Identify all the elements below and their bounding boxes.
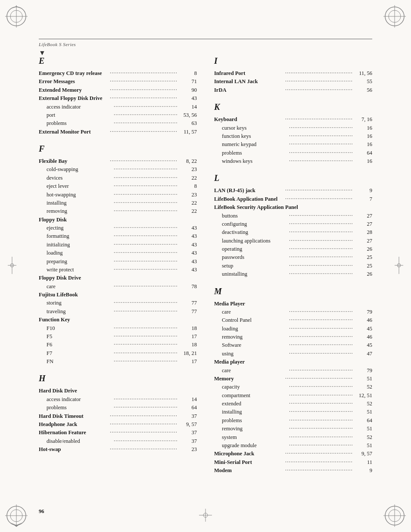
entry-text: External Floppy Disk Drive	[39, 94, 108, 103]
entry-dots	[287, 392, 353, 400]
entry-page: 53, 56	[177, 111, 197, 119]
index-entry: FN 17	[39, 358, 197, 366]
entry-dots	[283, 115, 353, 124]
index-entry: numeric keypad 16	[214, 140, 372, 149]
entry-page: 77	[177, 308, 197, 316]
entry-dots	[287, 157, 353, 165]
entry-text: extended	[214, 400, 287, 408]
entry-text: removing	[214, 425, 287, 433]
entry-text: deactivating	[214, 228, 287, 236]
corner-decoration-tl	[3, 3, 29, 29]
index-entry: Media player	[214, 358, 372, 366]
index-entry: system 52	[214, 433, 372, 442]
entry-text: cursor keys	[214, 124, 287, 132]
index-entry: Internal LAN Jack 55	[214, 78, 372, 86]
entry-page: 64	[353, 417, 372, 425]
entry-page: 63	[177, 119, 197, 128]
entry-page: 52	[353, 383, 372, 391]
entry-text: Headphone Jack	[39, 420, 108, 429]
entry-text: problems	[214, 149, 287, 157]
section-header-K: K	[214, 102, 372, 112]
entry-text: Media Player	[214, 300, 372, 308]
entry-text: windows keys	[214, 157, 287, 165]
index-entry: installing 22	[39, 199, 197, 207]
entry-page: 28	[353, 228, 372, 236]
index-entry: problems 64	[214, 417, 372, 425]
section-header-M: M	[214, 286, 372, 296]
entry-dots	[112, 199, 177, 207]
entry-text: devices	[39, 174, 112, 182]
entry-dots	[112, 232, 177, 240]
index-entry: problems 64	[214, 149, 372, 157]
entry-text: F5	[39, 333, 112, 341]
header-arrow: ▼	[39, 50, 372, 56]
entry-page: 9	[353, 187, 372, 195]
index-entry: LifeBook Application Panel 7	[214, 195, 372, 203]
entry-page: 43	[177, 266, 197, 274]
entry-dots	[112, 191, 177, 199]
entry-dots	[287, 228, 353, 236]
entry-dots	[112, 395, 177, 404]
entry-text: installing	[39, 199, 112, 207]
entry-dots	[287, 237, 353, 245]
entry-text: Error Messages	[39, 78, 108, 86]
entry-text: removing	[214, 333, 287, 341]
index-entry: Headphone Jack 9, 57	[39, 420, 197, 429]
entry-page: 52	[353, 433, 372, 442]
entry-text: Keyboard	[214, 115, 283, 124]
entry-dots	[287, 417, 353, 425]
entry-page: 9, 57	[177, 420, 197, 429]
entry-text: Hibernation Feature	[39, 429, 108, 437]
entry-page: 64	[177, 404, 197, 412]
entry-page: 90	[177, 86, 197, 94]
index-entry: extended 52	[214, 400, 372, 408]
entry-page: 37	[177, 437, 197, 445]
entry-dots	[287, 212, 353, 220]
entry-text: F6	[39, 341, 112, 349]
entry-text: Flexible Bay	[39, 157, 108, 165]
entry-page: 43	[177, 232, 197, 240]
index-entry: problems 64	[39, 404, 197, 412]
entry-page: 47	[353, 350, 372, 358]
entry-text: storing	[39, 299, 112, 307]
entry-text: setup	[214, 262, 287, 270]
entry-page: 17	[177, 358, 197, 366]
index-entry: Microphone Jack 9, 57	[214, 450, 372, 458]
entry-page: 55	[353, 78, 372, 86]
entry-dots	[112, 349, 177, 358]
entry-page: 22	[177, 207, 197, 215]
entry-page: 56	[353, 86, 372, 94]
entry-page: 43	[177, 241, 197, 249]
entry-text: eject lever	[39, 182, 112, 190]
entry-dots	[112, 224, 177, 232]
index-entry: F7 18, 21	[39, 349, 197, 358]
index-entry: Fujitsu LifeBook	[39, 291, 197, 299]
entry-page: 14	[177, 103, 197, 111]
entry-text: access indicator	[39, 395, 112, 404]
entry-page: 51	[353, 442, 372, 450]
index-entry: Memory 51	[214, 375, 372, 383]
entry-page: 64	[353, 149, 372, 157]
entry-text: Hot-swap	[39, 445, 108, 454]
index-entry: care 79	[214, 308, 372, 316]
entry-text: upgrade module	[214, 442, 287, 450]
entry-page: 26	[353, 245, 372, 253]
corner-decoration-bl	[3, 503, 29, 529]
entry-dots	[287, 383, 353, 391]
entry-text: disable/enabled	[39, 437, 112, 445]
entry-dots	[287, 433, 353, 442]
entry-dots	[287, 245, 353, 253]
entry-page: 7, 16	[353, 115, 372, 124]
entry-page: 16	[353, 157, 372, 165]
section-header-I: I	[214, 56, 372, 66]
entry-text: capacity	[214, 383, 287, 391]
index-entry: cold-swapping 23	[39, 165, 197, 174]
entry-dots	[112, 241, 177, 249]
entry-text: Modem	[214, 467, 283, 475]
index-entry: ejecting 43	[39, 224, 197, 232]
entry-page: 12, 51	[353, 392, 372, 400]
index-entry: F6 18	[39, 341, 197, 349]
entry-page: 23	[177, 165, 197, 174]
entry-page: 52	[353, 400, 372, 408]
book-title: LifeBook S Series	[39, 42, 76, 47]
